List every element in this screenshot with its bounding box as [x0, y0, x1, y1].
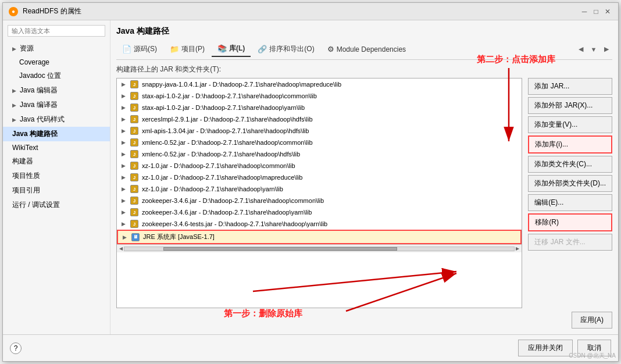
sidebar: ▶ 资源 Coverage Javadoc 位置 ▶ Java 编辑器 ▶ Ja…	[3, 20, 110, 334]
sidebar-item-java-code-style[interactable]: ▶ Java 代码样式	[3, 112, 110, 127]
jar-item[interactable]: ▶Jxmlenc-0.52.jar - D:\hadoop-2.7.1\shar…	[117, 137, 522, 148]
sidebar-item-javadoc[interactable]: Javadoc 位置	[3, 69, 110, 83]
maximize-button[interactable]: □	[591, 7, 601, 16]
scroll-left-arrow[interactable]: ◀	[118, 246, 124, 251]
apply-close-button[interactable]: 应用并关闭	[518, 340, 573, 356]
horizontal-scrollbar[interactable]: ◀ ▶	[117, 244, 522, 252]
jar-list-container: ▶Jsnappy-java-1.0.4.1.jar - D:\hadoop-2.…	[116, 78, 522, 308]
action-buttons: 添加 JAR...添加外部 JAR(X)...添加变量(V)...添加库(i).…	[528, 78, 612, 308]
expand-icon: ▶	[122, 174, 126, 180]
tab-order-export[interactable]: 🔗 排序和导出(O)	[252, 42, 320, 56]
jar-item[interactable]: ▶Jxml-apis-1.3.04.jar - D:\hadoop-2.7.1\…	[117, 125, 522, 137]
jar-item-label: zookeeper-3.4.6-tests.jar - D:\hadoop-2.…	[142, 220, 327, 227]
jar-item[interactable]: ▶Jsnappy-java-1.0.4.1.jar - D:\hadoop-2.…	[117, 78, 522, 90]
tab-libraries[interactable]: 📚 库(L)	[212, 41, 251, 57]
jar-item-label: JRE 系统库 [JavaSE-1.7]	[143, 233, 215, 241]
nav-back-button[interactable]: ◀	[575, 44, 587, 55]
expand-icon: ▶	[123, 234, 127, 240]
sidebar-item-resources[interactable]: ▶ 资源	[3, 41, 110, 56]
libraries-tab-icon: 📚	[217, 44, 227, 53]
nav-dropdown-button[interactable]: ▼	[588, 44, 599, 55]
jar-item[interactable]: ▶Jxz-1.0.jar - D:\hadoop-2.7.1\share\had…	[117, 183, 522, 195]
order-tab-icon: 🔗	[258, 45, 267, 53]
jar-item-label: stax-api-1.0-2.jar - D:\hadoop-2.7.1\sha…	[142, 104, 305, 111]
jar-item[interactable]: ▶Jzookeeper-3.4.6.jar - D:\hadoop-2.7.1\…	[117, 206, 522, 218]
jar-list: ▶Jsnappy-java-1.0.4.1.jar - D:\hadoop-2.…	[117, 78, 522, 244]
expand-icon: ▶	[122, 186, 126, 192]
sidebar-item-java-editor[interactable]: ▶ Java 编辑器	[3, 83, 110, 98]
app-icon: ●	[9, 7, 18, 16]
projects-tab-icon: 📁	[170, 45, 179, 53]
expand-icon: ▶	[122, 209, 126, 215]
edit-button[interactable]: 编辑(E)...	[528, 194, 612, 211]
sidebar-item-coverage[interactable]: Coverage	[3, 56, 110, 69]
jar-item[interactable]: ▶Jstax-api-1.0-2.jar - D:\hadoop-2.7.1\s…	[117, 102, 522, 113]
arrow-icon: ▶	[12, 102, 16, 108]
expand-icon: ▶	[122, 140, 126, 145]
tab-nav: ◀ ▼ ▶	[575, 44, 612, 55]
sidebar-item-java-compiler[interactable]: ▶ Java 编译器	[3, 98, 110, 112]
scroll-right-arrow[interactable]: ▶	[515, 246, 520, 251]
jar-type-icon: J	[130, 220, 138, 228]
jar-item-label: xml-apis-1.3.04.jar - D:\hadoop-2.7.1\sh…	[142, 127, 309, 134]
apply-button[interactable]: 应用(A)	[572, 312, 612, 329]
source-tab-icon: 📄	[122, 45, 131, 53]
add-library-button[interactable]: 添加库(i)...	[528, 135, 612, 154]
add-jar-button[interactable]: 添加 JAR...	[528, 78, 612, 95]
add-variable-button[interactable]: 添加变量(V)...	[528, 116, 612, 133]
tab-projects[interactable]: 📁 项目(P)	[164, 42, 210, 56]
jar-type-icon: J	[130, 208, 138, 216]
bottom-bar: ? 应用并关闭 取消	[3, 334, 618, 361]
search-input[interactable]	[8, 25, 105, 37]
jar-item[interactable]: ▶🖥JRE 系统库 [JavaSE-1.7]	[117, 230, 522, 244]
jar-type-icon: J	[130, 104, 138, 112]
jar-item-label: xz-1.0.jar - D:\hadoop-2.7.1\share\hadoo…	[142, 162, 295, 169]
jar-type-icon: J	[130, 150, 138, 158]
sidebar-item-project-nature[interactable]: 项目性质	[3, 169, 110, 183]
scrollbar-thumb[interactable]	[163, 247, 397, 251]
expand-icon: ▶	[122, 105, 126, 110]
jar-type-icon: J	[130, 197, 138, 205]
jar-type-icon: J	[130, 185, 138, 193]
add-external-jar-button[interactable]: 添加外部 JAR(X)...	[528, 97, 612, 114]
right-panel: Java 构建路径 📄 源码(S) 📁 项目(P) 📚 库(L) 🔗 排序和	[110, 20, 618, 334]
jar-item[interactable]: ▶Jxmlenc-0.52.jar - D:\hadoop-2.7.1\shar…	[117, 148, 522, 160]
sidebar-item-run-debug[interactable]: 运行 / 调试设置	[3, 198, 110, 212]
sidebar-item-project-reference[interactable]: 项目引用	[3, 183, 110, 198]
help-icon[interactable]: ?	[10, 342, 22, 354]
watermark: CSDN @北天_NA	[569, 352, 616, 360]
close-button[interactable]: ✕	[603, 7, 612, 16]
nav-forward-button[interactable]: ▶	[601, 44, 612, 55]
jar-type-icon: 🖥	[131, 233, 140, 241]
jar-item-label: xercesImpl-2.9.1.jar - D:\hadoop-2.7.1\s…	[142, 116, 313, 123]
sidebar-item-builders[interactable]: 构建器	[3, 154, 110, 169]
jar-item[interactable]: ▶Jzookeeper-3.4.6.jar - D:\hadoop-2.7.1\…	[117, 195, 522, 206]
minimize-button[interactable]: ─	[580, 7, 589, 16]
bottom-left: ?	[10, 342, 22, 354]
remove-button[interactable]: 移除(R)	[528, 213, 612, 231]
expand-icon: ▶	[122, 93, 126, 99]
scrollbar-track[interactable]	[124, 247, 515, 251]
expand-icon: ▶	[122, 81, 126, 87]
add-class-folder-button[interactable]: 添加类文件夹(C)...	[528, 156, 612, 173]
jar-item-label: xz-1.0.jar - D:\hadoop-2.7.1\share\hadoo…	[142, 174, 302, 181]
jar-item[interactable]: ▶Jxz-1.0.jar - D:\hadoop-2.7.1\share\had…	[117, 160, 522, 172]
jar-item-label: xmlenc-0.52.jar - D:\hadoop-2.7.1\share\…	[142, 139, 313, 146]
expand-icon: ▶	[122, 116, 126, 122]
sidebar-item-java-build-path[interactable]: Java 构建路径	[3, 127, 110, 141]
sidebar-item-wikitext[interactable]: WikiText	[3, 141, 110, 154]
tab-source[interactable]: 📄 源码(S)	[116, 42, 163, 56]
dialog-title: ReadHDFS 的属性	[23, 6, 81, 16]
jar-type-icon: J	[130, 162, 138, 170]
sidebar-search-container	[3, 23, 110, 39]
main-content: ▶ 资源 Coverage Javadoc 位置 ▶ Java 编辑器 ▶ Ja…	[3, 20, 618, 334]
tab-module-dependencies[interactable]: ⚙ Module Dependencies	[322, 42, 412, 56]
add-external-class-button[interactable]: 添加外部类文件夹(D)...	[528, 175, 612, 192]
expand-icon: ▶	[122, 151, 126, 157]
jar-item[interactable]: ▶Jzookeeper-3.4.6-tests.jar - D:\hadoop-…	[117, 218, 522, 230]
jar-item[interactable]: ▶Jxz-1.0.jar - D:\hadoop-2.7.1\share\had…	[117, 172, 522, 183]
jar-item[interactable]: ▶Jstax-api-1.0-2.jar - D:\hadoop-2.7.1\s…	[117, 90, 522, 102]
jar-item[interactable]: ▶JxercesImpl-2.9.1.jar - D:\hadoop-2.7.1…	[117, 113, 522, 125]
migrate-jar-button[interactable]: 迁移 JAR 文件...	[528, 234, 612, 251]
title-bar-left: ● ReadHDFS 的属性	[9, 6, 81, 16]
